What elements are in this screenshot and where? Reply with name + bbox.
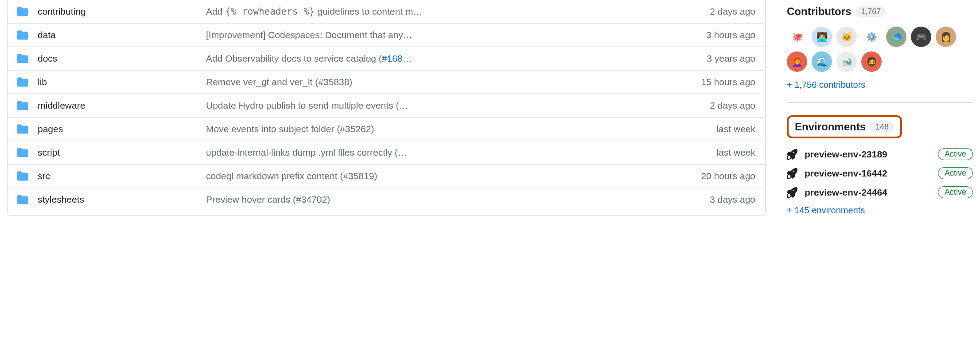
commit-message[interactable]: Add {% rowheaders %} guidelines to conte… bbox=[206, 6, 676, 17]
commit-time: last week bbox=[676, 147, 755, 158]
folder-icon bbox=[17, 30, 28, 40]
file-row: srccodeql markdown prefix content (#3581… bbox=[8, 164, 765, 188]
commit-time: 3 years ago bbox=[676, 53, 755, 64]
file-list: contributingAdd {% rowheaders %} guideli… bbox=[7, 0, 766, 216]
file-name[interactable]: script bbox=[38, 147, 206, 158]
environments-count-badge: 148 bbox=[870, 122, 894, 133]
commit-time: last week bbox=[676, 124, 755, 134]
contributor-avatar[interactable]: 🧢 bbox=[886, 27, 906, 47]
folder-icon bbox=[17, 6, 28, 17]
more-environments-link[interactable]: + 145 environments bbox=[787, 205, 973, 216]
contributor-avatar[interactable]: 🐱 bbox=[836, 27, 857, 47]
more-contributors-link[interactable]: + 1,756 contributors bbox=[787, 80, 973, 90]
folder-icon bbox=[17, 77, 28, 87]
contributors-title: Contributors bbox=[787, 5, 851, 18]
file-row: libRemove ver_gt and ver_lt (#35838)15 h… bbox=[8, 70, 765, 94]
sidebar: Contributors 1,767 🐙👨‍💻🐱⚙️🧢🎮👩👩‍🦰🌊🐋🧔 + 1,… bbox=[787, 0, 973, 216]
commit-time: 15 hours ago bbox=[676, 77, 755, 87]
file-name[interactable]: data bbox=[38, 30, 206, 40]
status-badge: Active bbox=[938, 167, 973, 179]
commit-message[interactable]: [Improvement] Codespaces: Document that … bbox=[206, 30, 676, 40]
file-row: stylesheetsPreview hover cards (#34702)3… bbox=[8, 188, 765, 211]
environments-title: Environments bbox=[795, 121, 866, 133]
file-row: pagesMove events into subject folder (#3… bbox=[8, 117, 765, 141]
status-badge: Active bbox=[938, 186, 973, 198]
commit-message[interactable]: Add Observability docs to service catalo… bbox=[206, 53, 676, 64]
folder-icon bbox=[17, 194, 28, 205]
contributor-avatar[interactable]: 🌊 bbox=[812, 51, 832, 72]
contributors-avatars: 🐙👨‍💻🐱⚙️🧢🎮👩👩‍🦰🌊🐋🧔 bbox=[787, 27, 973, 72]
environments-list: preview-env-23189Activepreview-env-16442… bbox=[787, 148, 973, 198]
commit-message[interactable]: Remove ver_gt and ver_lt (#35838) bbox=[206, 77, 676, 87]
environments-header[interactable]: Environments 148 bbox=[787, 115, 902, 138]
rocket-icon bbox=[787, 168, 797, 179]
file-name[interactable]: contributing bbox=[38, 6, 206, 17]
folder-icon bbox=[17, 147, 28, 158]
issue-link[interactable]: #168… bbox=[382, 53, 412, 63]
contributors-count-badge: 1,767 bbox=[856, 6, 886, 17]
file-row: middlewareUpdate Hydro publish to send m… bbox=[8, 94, 765, 117]
status-badge: Active bbox=[938, 148, 973, 160]
folder-icon bbox=[17, 53, 28, 64]
rocket-icon bbox=[787, 149, 797, 160]
file-name[interactable]: pages bbox=[38, 124, 206, 134]
commit-time: 3 hours ago bbox=[676, 30, 755, 40]
contributor-avatar[interactable]: 👨‍💻 bbox=[812, 27, 832, 47]
contributor-avatar[interactable]: 🐋 bbox=[836, 51, 857, 72]
contributors-header[interactable]: Contributors 1,767 bbox=[787, 5, 973, 18]
file-name[interactable]: middleware bbox=[38, 100, 206, 111]
commit-message[interactable]: Move events into subject folder (#35262) bbox=[206, 124, 676, 134]
file-name[interactable]: src bbox=[38, 171, 206, 181]
folder-icon bbox=[17, 100, 28, 111]
file-row: docsAdd Observability docs to service ca… bbox=[8, 47, 765, 70]
environment-item[interactable]: preview-env-23189Active bbox=[787, 148, 973, 160]
environment-item[interactable]: preview-env-16442Active bbox=[787, 167, 973, 179]
contributor-avatar[interactable]: 👩‍🦰 bbox=[787, 51, 807, 72]
commit-time: 3 days ago bbox=[676, 194, 755, 205]
environment-item[interactable]: preview-env-24464Active bbox=[787, 186, 973, 198]
contributor-avatar[interactable]: 🐙 bbox=[787, 27, 807, 47]
commit-message[interactable]: codeql markdown prefix content (#35819) bbox=[206, 171, 676, 181]
file-row: scriptupdate-internal-links dump .yml fi… bbox=[8, 141, 765, 164]
contributor-avatar[interactable]: 👩 bbox=[936, 27, 956, 47]
folder-icon bbox=[17, 171, 28, 181]
file-name[interactable]: docs bbox=[38, 53, 206, 64]
file-name[interactable]: lib bbox=[38, 77, 206, 87]
commit-time: 20 hours ago bbox=[676, 171, 755, 181]
contributor-avatar[interactable]: 🎮 bbox=[911, 27, 931, 47]
environment-name[interactable]: preview-env-24464 bbox=[805, 187, 931, 198]
file-row: contributingAdd {% rowheaders %} guideli… bbox=[8, 0, 765, 23]
rocket-icon bbox=[787, 187, 797, 198]
file-name[interactable]: stylesheets bbox=[38, 194, 206, 205]
section-divider bbox=[787, 102, 973, 103]
commit-message[interactable]: Update Hydro publish to send multiple ev… bbox=[206, 100, 676, 111]
environment-name[interactable]: preview-env-23189 bbox=[805, 149, 931, 160]
environment-name[interactable]: preview-env-16442 bbox=[805, 168, 931, 179]
file-row: data[Improvement] Codespaces: Document t… bbox=[8, 23, 765, 47]
commit-message[interactable]: Preview hover cards (#34702) bbox=[206, 194, 676, 205]
commit-message[interactable]: update-internal-links dump .yml files co… bbox=[206, 147, 676, 158]
commit-time: 2 days ago bbox=[676, 6, 755, 17]
commit-time: 2 days ago bbox=[676, 100, 755, 111]
contributor-avatar[interactable]: ⚙️ bbox=[861, 27, 882, 47]
contributor-avatar[interactable]: 🧔 bbox=[861, 51, 882, 72]
folder-icon bbox=[17, 124, 28, 134]
